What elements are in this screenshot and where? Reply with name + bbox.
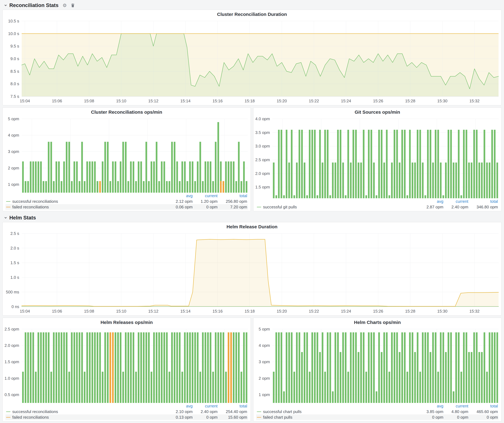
svg-text:15:08: 15:08	[84, 309, 94, 313]
svg-text:2.5 opm: 2.5 opm	[255, 158, 270, 162]
legend-header-total[interactable]: total	[217, 404, 247, 409]
cluster-reconciliation-duration-chart[interactable]: 7.5 s8.0 s8.5 s9.0 s9.5 s10.0 s10.5 s15:…	[3, 18, 501, 105]
svg-text:15:26: 15:26	[373, 99, 383, 103]
legend-series-label[interactable]: successful git pulls	[263, 205, 297, 210]
svg-text:9.5 s: 9.5 s	[11, 44, 19, 48]
legend-value: 15.60 opm	[217, 415, 247, 420]
svg-text:15:24: 15:24	[341, 99, 351, 103]
legend-header-current[interactable]: current	[193, 194, 217, 198]
legend-value: 3.85 opm	[419, 409, 443, 414]
legend-series-label[interactable]: successful chart pulls	[263, 409, 301, 414]
legend-header-total[interactable]: total	[468, 199, 498, 204]
svg-text:15:30: 15:30	[437, 309, 447, 313]
legend-series-label[interactable]: successful reconciliations	[12, 199, 58, 204]
svg-text:1 opm: 1 opm	[8, 182, 19, 187]
legend-value: 4.80 opm	[443, 409, 468, 414]
legend-header-current[interactable]: current	[443, 404, 468, 409]
svg-text:2.0 s: 2.0 s	[11, 246, 19, 250]
legend-value: 2.12 opm	[168, 199, 193, 204]
svg-text:15:30: 15:30	[437, 99, 447, 103]
svg-text:15:18: 15:18	[245, 309, 255, 313]
svg-text:4 opm: 4 opm	[259, 343, 270, 348]
svg-text:1.5 s: 1.5 s	[11, 260, 19, 265]
trash-icon[interactable]	[71, 3, 75, 7]
cluster-reconciliations-chart[interactable]: 0 opm1 opm2 opm3 opm4 opm5 opm15:0515:10…	[3, 116, 251, 193]
git-sources-chart[interactable]: 1.0 opm1.5 opm2.0 opm2.5 opm3.0 opm3.5 o…	[253, 116, 501, 198]
svg-text:15:32: 15:32	[469, 99, 480, 103]
panel-title[interactable]: Helm Charts ops/min	[253, 318, 501, 326]
svg-text:5 opm: 5 opm	[8, 117, 19, 121]
helm-releases-chart[interactable]: 0 opm0.5 opm1.0 opm1.5 opm2.0 opm2.5 opm…	[3, 326, 251, 403]
legend-header-avg[interactable]: avg	[419, 199, 443, 204]
svg-text:15:20: 15:20	[277, 99, 287, 103]
svg-text:15:06: 15:06	[52, 99, 62, 103]
svg-text:500 ms: 500 ms	[6, 290, 19, 294]
panel-cluster-reconciliations-opm: Cluster Reconciliations ops/min 0 opm1 o…	[2, 107, 251, 211]
svg-text:0.5 opm: 0.5 opm	[5, 392, 19, 397]
chevron-down-icon[interactable]	[4, 216, 7, 220]
svg-text:3 opm: 3 opm	[259, 359, 270, 364]
legend-header-total[interactable]: total	[468, 404, 498, 409]
legend-value: 2.40 opm	[193, 409, 217, 414]
legend-value: 2.40 opm	[443, 205, 468, 210]
legend-series-label[interactable]: failed reconciliations	[12, 415, 49, 420]
legend-header-avg[interactable]: avg	[168, 194, 193, 198]
legend-series-label[interactable]: successful reconciliations	[12, 409, 58, 414]
svg-text:15:32: 15:32	[469, 309, 480, 313]
legend-series-label[interactable]: failed reconciliations	[12, 205, 49, 210]
svg-text:15:14: 15:14	[180, 99, 191, 103]
chevron-down-icon[interactable]	[4, 3, 7, 7]
svg-text:15:08: 15:08	[84, 99, 94, 103]
legend: avgcurrenttotalsuccessful reconciliation…	[3, 403, 251, 421]
svg-text:1.0 opm: 1.0 opm	[5, 376, 19, 381]
panel-title[interactable]: Helm Releases ops/min	[3, 318, 251, 326]
svg-text:15:18: 15:18	[245, 99, 255, 103]
svg-text:3.5 opm: 3.5 opm	[255, 130, 270, 135]
panel-title[interactable]: Git Sources ops/min	[253, 108, 501, 116]
legend-series-label[interactable]: failed chart pulls	[263, 415, 292, 420]
panel-title[interactable]: Cluster Reconciliation Duration	[3, 10, 501, 18]
svg-text:7.5 s: 7.5 s	[11, 94, 19, 99]
legend-header-total[interactable]: total	[217, 194, 247, 198]
svg-text:15:04: 15:04	[20, 99, 30, 103]
legend-header-current[interactable]: current	[443, 199, 468, 204]
legend-header-avg[interactable]: avg	[419, 404, 443, 409]
svg-text:15:12: 15:12	[148, 309, 158, 313]
legend-row: failed chart pulls0 opm0 opm0 opm	[256, 414, 498, 420]
section-header-reconciliation-stats[interactable]: Reconciliation Stats ⚙︎	[2, 1, 502, 10]
series-color-dash	[257, 207, 261, 207]
legend-value: 0 opm	[193, 415, 217, 420]
panel-title[interactable]: Helm Release Duration	[3, 222, 501, 231]
svg-text:10.5 s: 10.5 s	[8, 19, 19, 23]
panel-title[interactable]: Cluster Reconciliations ops/min	[3, 108, 251, 116]
series-color-dash	[257, 411, 261, 412]
svg-text:15:12: 15:12	[148, 99, 158, 103]
svg-text:1.5 opm: 1.5 opm	[255, 185, 270, 189]
svg-text:15:20: 15:20	[277, 309, 287, 313]
gear-icon[interactable]: ⚙︎	[62, 3, 67, 8]
svg-text:1.5 opm: 1.5 opm	[5, 359, 19, 364]
svg-text:15:26: 15:26	[373, 309, 383, 313]
svg-text:15:28: 15:28	[405, 309, 415, 313]
svg-text:2.0 opm: 2.0 opm	[5, 343, 19, 348]
helm-release-duration-chart[interactable]: 0 ns500 ms1.0 s1.5 s2.0 s2.5 s15:0415:06…	[3, 231, 501, 315]
legend-value: 256.80 opm	[217, 199, 247, 204]
svg-text:1.0 s: 1.0 s	[11, 275, 19, 280]
series-color-dash	[6, 417, 11, 417]
svg-text:3 opm: 3 opm	[8, 149, 19, 154]
legend-header-current[interactable]: current	[193, 404, 217, 409]
svg-text:2 opm: 2 opm	[8, 166, 19, 170]
legend-header-avg[interactable]: avg	[168, 404, 193, 409]
section-header-helm-stats[interactable]: Helm Stats	[2, 213, 502, 222]
svg-text:4.0 opm: 4.0 opm	[255, 117, 270, 121]
helm-charts-chart[interactable]: 0 opm1 opm2 opm3 opm4 opm5 opm15:0515:10…	[253, 326, 501, 403]
section-title[interactable]: Helm Stats	[9, 215, 36, 221]
legend-value: 346.80 opm	[468, 205, 498, 210]
svg-text:1 opm: 1 opm	[259, 392, 270, 397]
svg-text:8.5 s: 8.5 s	[11, 69, 19, 74]
svg-text:9.0 s: 9.0 s	[11, 56, 19, 61]
svg-text:15:22: 15:22	[309, 309, 319, 313]
section-title[interactable]: Reconciliation Stats	[9, 2, 59, 8]
svg-text:0 ns: 0 ns	[12, 304, 19, 309]
svg-text:15:16: 15:16	[212, 99, 222, 103]
